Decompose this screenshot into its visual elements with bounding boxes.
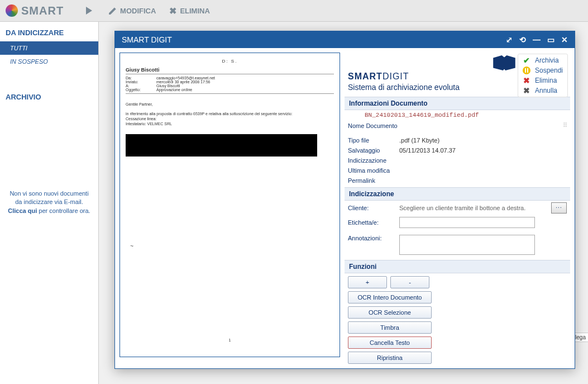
elimina-button[interactable]: ✖ ELIMINA (169, 6, 209, 16)
elimina-label: ELIMINA (180, 7, 209, 15)
app-logo-icon (6, 4, 18, 17)
preview-pagenum: 1 (229, 338, 231, 342)
sidebar-note-link[interactable]: Clicca qui (8, 207, 37, 214)
ocr-doc-button[interactable]: OCR Intero Documento (348, 291, 432, 304)
preview-sig: ~ (130, 243, 133, 249)
section-funzioni: Funzioni (345, 260, 570, 273)
tipo-file-value: .pdf (17 Kbyte) (399, 137, 439, 144)
permalink-label[interactable]: Permalink (348, 177, 399, 184)
zoom-out-button[interactable]: - (390, 276, 429, 288)
minimize-icon[interactable]: — (533, 36, 541, 44)
etichetta-label: Etichetta/e: (348, 219, 399, 226)
modifica-button[interactable]: MODIFICA (109, 7, 156, 15)
pin-icon[interactable]: ⤢ (506, 36, 513, 44)
cliente-label: Cliente: (348, 205, 399, 211)
action-archivia[interactable]: ✔Archivia (520, 55, 565, 65)
refresh-icon[interactable]: ⟲ (519, 36, 526, 44)
dialog-titlebar: SMART DIGIT ⤢ ⟲ — ▭ ✕ (115, 31, 575, 48)
preview-name: Giusy Biscotti (126, 67, 334, 74)
etichetta-input[interactable] (399, 217, 535, 228)
sidebar-email-note: Non vi sono nuovi documenti da indicizza… (0, 189, 98, 215)
pause-icon (523, 67, 530, 74)
action-annulla[interactable]: ✖Annulla (520, 86, 565, 96)
annotazioni-label: Annotazioni: (348, 235, 399, 241)
pencil-icon (109, 7, 117, 15)
play-button[interactable] (86, 7, 95, 15)
sidebar-item-sospeso[interactable]: IN SOSPESO (0, 55, 98, 68)
smart-digit-dialog: SMART DIGIT ⤢ ⟲ — ▭ ✕ D: S. Giusy Biscot… (114, 31, 575, 369)
indicizz-label: Indicizzazione (348, 157, 399, 164)
undo-icon: ✖ (523, 87, 530, 94)
close-icon[interactable]: ✕ (561, 36, 568, 44)
brand-book-icon (492, 54, 517, 70)
action-sospendi[interactable]: Sospendi (520, 65, 565, 75)
salvataggio-value: 05/11/2013 14.07.37 (399, 147, 456, 154)
cliente-hint: Scegliere un cliente tramite il bottone … (399, 205, 551, 211)
zoom-in-button[interactable]: + (348, 276, 387, 288)
preview-redacted-block (126, 134, 317, 157)
preview-top-seq: D: S. (126, 59, 334, 64)
maximize-icon[interactable]: ▭ (547, 36, 554, 44)
ripristina-button[interactable]: Ripristina (348, 352, 432, 364)
timbra-button[interactable]: Timbra (348, 321, 432, 334)
action-elimina[interactable]: ✖Elimina (520, 75, 565, 86)
section-informazioni: Informazioni Documento (345, 97, 570, 110)
app-logo-text: SMART (21, 4, 64, 17)
dialog-title: SMART DIGIT (122, 35, 172, 44)
section-indicizz: Indicizzazione (345, 187, 570, 201)
play-icon (86, 7, 92, 15)
sidebar-item-tutti[interactable]: TUTTI (0, 41, 98, 55)
nome-doc-label: Nome Documento (348, 122, 399, 129)
sidebar-section-archivio[interactable]: ARCHIVIO (0, 88, 98, 106)
ultima-mod-label: Ultima modifica (348, 167, 399, 174)
salvataggio-label: Salvataggio (348, 147, 399, 154)
delete-icon: ✖ (523, 77, 530, 84)
document-preview: D: S. Giusy Biscotti Da:caravaggio+54935… (119, 53, 340, 357)
ocr-sel-button[interactable]: OCR Selezione (348, 306, 432, 319)
tipo-file-label: Tipo file (348, 137, 399, 144)
doc-filename: BN_24102013_144619_modified.pdf (365, 112, 479, 118)
cliente-browse-button[interactable]: ... (551, 202, 567, 214)
sidebar-section-indicizzare: DA INDICIZZARE (0, 24, 98, 41)
x-icon: ✖ (169, 6, 176, 16)
annotazioni-input[interactable] (399, 235, 535, 255)
modifica-label: MODIFICA (120, 7, 156, 15)
resize-grip-icon[interactable]: ⠿ (563, 122, 567, 129)
cancella-testo-button[interactable]: Cancella Testo (348, 336, 432, 349)
check-icon: ✔ (523, 56, 530, 64)
